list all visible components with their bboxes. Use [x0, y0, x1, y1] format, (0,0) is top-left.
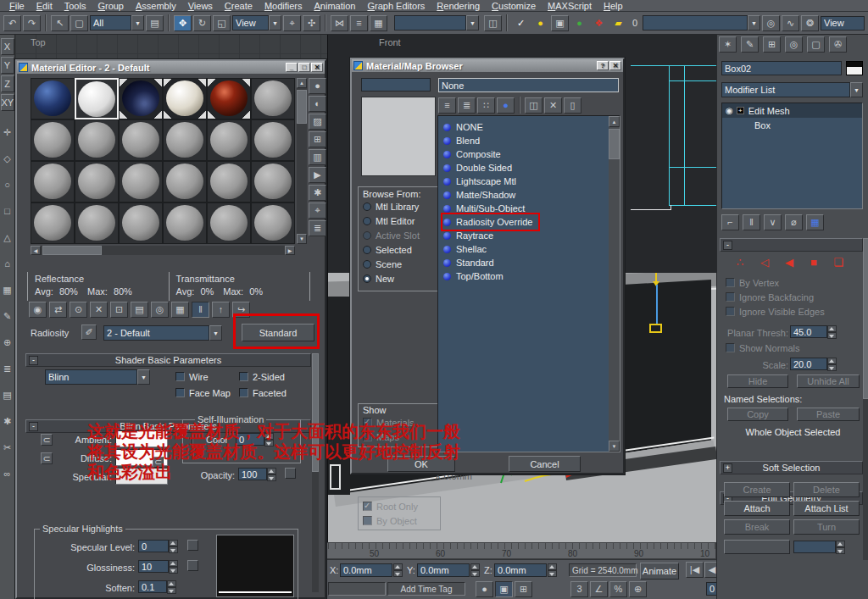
material-editor-titlebar[interactable]: Material Editor - 2 - Default _ □ ✕: [17, 61, 325, 74]
render-view-field[interactable]: View: [821, 16, 865, 31]
material-sample-slot[interactable]: [207, 119, 251, 161]
two-sided-checkbox[interactable]: 2-Sided: [239, 369, 285, 384]
assign-material-to-selection-icon[interactable]: ⊙: [70, 302, 87, 318]
glossiness-field[interactable]: 10: [138, 560, 169, 573]
select-and-scale-icon[interactable]: ◱: [213, 15, 231, 31]
create-tab-icon[interactable]: ✶: [719, 36, 737, 53]
partial-button[interactable]: [724, 540, 790, 554]
object-name-field[interactable]: Box02: [721, 61, 842, 75]
menu-item-views[interactable]: Views: [182, 1, 219, 11]
redo-icon[interactable]: ↷: [23, 15, 41, 31]
wire-checkbox[interactable]: Wire: [175, 369, 209, 384]
mtl-editor-radio[interactable]: Mtl Editor: [363, 214, 440, 228]
faceted-checkbox[interactable]: Faceted: [239, 385, 287, 400]
reset-map-icon[interactable]: ✕: [90, 302, 108, 318]
schematic-view-icon[interactable]: ◎: [762, 15, 780, 31]
mirror-icon[interactable]: ⋈: [331, 15, 348, 31]
material-sample-slot[interactable]: [75, 78, 119, 119]
scene-radio[interactable]: Scene: [363, 257, 440, 271]
element-icon[interactable]: ❏: [829, 255, 848, 269]
dropdown-arrow-icon[interactable]: [748, 15, 760, 31]
animate-button[interactable]: Animate: [640, 563, 679, 580]
glossiness-spinner[interactable]: [169, 560, 178, 574]
planar-thresh-spinner[interactable]: [827, 325, 837, 339]
soften-spinner[interactable]: [167, 580, 176, 594]
slots-horizontal-scrollbar[interactable]: [31, 246, 295, 255]
vertex-icon[interactable]: ∴: [731, 255, 749, 269]
material-sample-slot[interactable]: [207, 161, 251, 202]
current-selection-field[interactable]: None: [438, 78, 619, 92]
visibility-bulb-icon[interactable]: ◉: [726, 106, 733, 115]
opacity-field[interactable]: 100: [238, 468, 267, 480]
align-icon[interactable]: ≡: [350, 15, 368, 31]
material-sample-slot[interactable]: [75, 161, 119, 202]
eyedropper-icon[interactable]: ✐: [81, 324, 97, 340]
soften-field[interactable]: 0.1: [138, 580, 167, 593]
menu-item-create[interactable]: Create: [219, 1, 259, 11]
material-sample-slot[interactable]: [251, 161, 295, 202]
y-spinner[interactable]: [470, 563, 480, 577]
x-spinner[interactable]: [393, 563, 403, 577]
video-color-check-icon[interactable]: ▥: [309, 149, 326, 165]
specular-level-map-button[interactable]: [187, 540, 198, 551]
by-vertex-checkbox[interactable]: By Vertex: [726, 275, 825, 290]
update-scene-materials-icon[interactable]: ◫: [525, 97, 542, 114]
hide-button[interactable]: Hide: [727, 374, 788, 388]
z-coordinate-field[interactable]: 0.0mm: [494, 563, 547, 577]
parameters-scrollbar[interactable]: [312, 353, 319, 592]
turn-button[interactable]: Turn: [793, 519, 860, 535]
copy-button[interactable]: Copy: [727, 408, 788, 421]
material-type-item[interactable]: Raytrace: [443, 229, 498, 242]
delete-from-library-icon[interactable]: ✕: [544, 97, 562, 114]
mtl-library-radio[interactable]: Mtl Library: [363, 199, 440, 214]
scroll-thumb[interactable]: [42, 246, 102, 255]
object-color-swatch[interactable]: [846, 61, 863, 75]
modifier-stack-item[interactable]: Box: [722, 118, 862, 132]
material-map-navigator-icon[interactable]: ≣: [309, 220, 326, 236]
view-list-plus-icon[interactable]: ≣: [458, 97, 476, 114]
render-scene-icon[interactable]: ▣: [551, 15, 569, 31]
render-preset-dropdown[interactable]: [643, 15, 760, 31]
light-bulb-icon[interactable]: ●: [531, 15, 549, 31]
menu-item-modifiers[interactable]: Modifiers: [259, 1, 309, 11]
select-and-manipulate-icon[interactable]: ✣: [303, 15, 320, 31]
scale-spinner[interactable]: [827, 358, 837, 371]
face-icon[interactable]: ◀: [780, 255, 798, 269]
render-last-icon[interactable]: ❂: [801, 15, 819, 31]
get-material-icon[interactable]: ◉: [29, 302, 47, 318]
minimize-icon[interactable]: _: [286, 63, 298, 72]
open-schematic-view-icon[interactable]: ◫: [484, 15, 502, 31]
snap-toggle-3d-icon[interactable]: 3: [570, 581, 588, 597]
backlight-icon[interactable]: ◐: [309, 96, 326, 112]
shader-basic-parameters-rollout[interactable]: -Shader Basic Parameters: [25, 353, 311, 367]
paste-button[interactable]: Paste: [797, 408, 860, 421]
left-toolbar-icon[interactable]: ▤: [1, 388, 14, 402]
left-toolbar-icon[interactable]: ≣: [1, 362, 14, 375]
ignore-visible-edges-checkbox[interactable]: Ignore Visible Edges: [726, 304, 825, 319]
material-sample-slot[interactable]: [163, 161, 207, 202]
panel-scrollbar[interactable]: [863, 238, 868, 560]
material-type-item[interactable]: Lightscape Mtl: [443, 175, 521, 188]
view-list-icon[interactable]: ≡: [438, 97, 456, 114]
material-sample-slot[interactable]: [31, 119, 75, 161]
unhide-all-button[interactable]: Unhide All: [797, 374, 860, 388]
planar-thresh-field[interactable]: 45.0: [790, 325, 827, 338]
set-key-filters-icon[interactable]: ●: [476, 581, 493, 597]
menu-item-tools[interactable]: Tools: [58, 1, 92, 11]
undo-icon[interactable]: ↶: [3, 15, 21, 31]
root-only-checkbox[interactable]: Root Only: [363, 499, 440, 513]
put-to-library-icon[interactable]: ▤: [131, 302, 148, 318]
material-type-item[interactable]: Multi/Sub-Object: [443, 202, 530, 215]
ignore-backfacing-checkbox[interactable]: Ignore Backfacing: [726, 290, 825, 304]
add-time-tag[interactable]: Add Time Tag: [387, 582, 465, 596]
material-sample-slot[interactable]: [119, 119, 163, 161]
material-sample-slot[interactable]: [119, 161, 163, 202]
material-type-item[interactable]: Composite: [443, 147, 506, 161]
active-slot-radio[interactable]: Active Slot: [363, 228, 440, 242]
left-toolbar-icon[interactable]: □: [1, 204, 14, 218]
remove-modifier-icon[interactable]: ⌀: [785, 214, 803, 230]
reference-coordinate-dropdown[interactable]: View: [232, 15, 281, 31]
material-sample-slot[interactable]: [31, 78, 75, 119]
material-sample-slot[interactable]: [31, 161, 75, 202]
material-sample-slot[interactable]: [119, 202, 163, 244]
